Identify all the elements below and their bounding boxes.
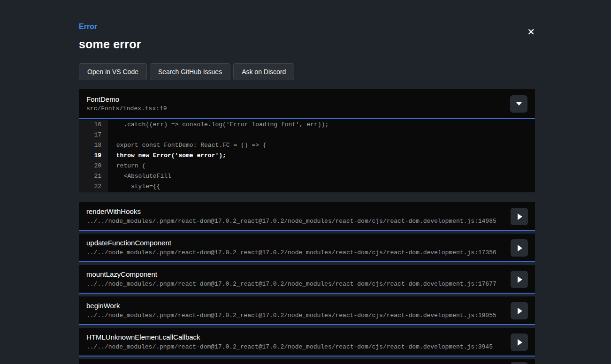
frame-function-name: FontDemo <box>86 95 167 103</box>
expand-frame-button[interactable] <box>511 208 528 225</box>
code-text <box>108 130 113 140</box>
frame-function-name: renderWithHooks <box>86 207 502 215</box>
source-frame-header[interactable]: FontDemo src/Fonts/index.tsx:19 <box>79 89 535 119</box>
code-line: 21 <AbsoluteFill <box>79 171 535 182</box>
frame-source-path: ../../node_modules/.pnpm/react-dom@17.0.… <box>86 312 502 319</box>
code-line: 22 style={{ <box>79 182 535 192</box>
ask-on-discord-button[interactable]: Ask on Discord <box>233 63 294 80</box>
stack-frame: updateFunctionComponent ../../node_modul… <box>79 234 535 262</box>
line-number: 22 <box>79 182 108 192</box>
line-number: 19 <box>79 151 108 161</box>
source-frame-panel: FontDemo src/Fonts/index.tsx:19 16 .catc… <box>79 89 535 192</box>
stack-frame: HTMLUnknownElement.callCallback ../../no… <box>79 328 535 356</box>
action-buttons: Open in VS Code Search GitHub Issues Ask… <box>79 63 535 80</box>
frame-function-name: beginWork <box>86 302 502 310</box>
expand-frame-button[interactable] <box>511 271 528 288</box>
code-text: <AbsoluteFill <box>108 171 171 182</box>
code-text: style={{ <box>108 182 160 192</box>
collapse-snippet-button[interactable] <box>510 95 527 113</box>
search-github-issues-button[interactable]: Search GitHub Issues <box>150 63 230 80</box>
line-number: 16 <box>79 120 108 130</box>
open-in-vs-code-button[interactable]: Open in VS Code <box>79 63 147 80</box>
frame-source-path: ../../node_modules/.pnpm/react-dom@17.0.… <box>86 343 502 350</box>
play-icon <box>518 276 522 283</box>
code-line: 19 throw new Error('some error'); <box>79 151 535 161</box>
line-number: 17 <box>79 130 108 140</box>
play-icon <box>518 308 522 314</box>
error-message: some error <box>79 38 535 51</box>
error-kind-label: Error <box>79 23 535 31</box>
expand-frame-button[interactable] <box>511 362 528 364</box>
frame-function-name: HTMLUnknownElement.callCallback <box>86 333 502 341</box>
frame-source-path: ../../node_modules/.pnpm/react-dom@17.0.… <box>86 281 502 288</box>
play-icon <box>518 245 522 251</box>
stack-frame-list: renderWithHooks ../../node_modules/.pnpm… <box>79 202 535 356</box>
chevron-down-icon <box>516 102 522 106</box>
code-text: export const FontDemo: React.FC = () => … <box>108 140 267 151</box>
error-overlay: Error some error Open in VS Code Search … <box>79 23 535 364</box>
code-text: .catch((err) => console.log('Error loadi… <box>108 120 328 130</box>
frame-function-name: mountLazyComponent <box>86 270 502 278</box>
line-number: 20 <box>79 161 108 171</box>
expand-frame-button[interactable] <box>511 239 528 257</box>
code-text: throw new Error('some error'); <box>108 151 226 161</box>
play-icon <box>518 339 522 346</box>
expand-frame-button[interactable] <box>511 302 528 319</box>
code-snippet: 16 .catch((err) => console.log('Error lo… <box>79 119 535 192</box>
stack-frame: mountLazyComponent ../../node_modules/.p… <box>79 265 535 294</box>
line-number: 18 <box>79 140 108 151</box>
code-line: 16 .catch((err) => console.log('Error lo… <box>79 120 535 130</box>
stack-frame-partial <box>79 359 535 364</box>
stack-frame: beginWork ../../node_modules/.pnpm/react… <box>79 296 535 325</box>
stack-frame: renderWithHooks ../../node_modules/.pnpm… <box>79 202 535 231</box>
code-line: 17 <box>79 130 535 140</box>
frame-source-location: src/Fonts/index.tsx:19 <box>86 105 167 112</box>
expand-frame-button[interactable] <box>511 334 528 351</box>
frame-source-path: ../../node_modules/.pnpm/react-dom@17.0.… <box>86 249 502 256</box>
play-icon <box>518 213 522 220</box>
line-number: 21 <box>79 171 108 182</box>
frame-function-name: updateFunctionComponent <box>86 239 502 247</box>
frame-source-path: ../../node_modules/.pnpm/react-dom@17.0.… <box>86 218 502 225</box>
code-line: 18 export const FontDemo: React.FC = () … <box>79 140 535 151</box>
code-text: return ( <box>108 161 145 171</box>
code-line: 20 return ( <box>79 161 535 171</box>
